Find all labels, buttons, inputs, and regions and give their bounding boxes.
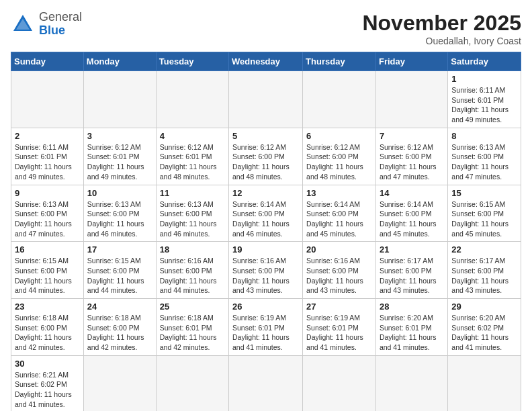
day-number: 17 [87,244,152,255]
day-info: Sunrise: 6:14 AMSunset: 6:00 PMDaylight:… [380,200,437,238]
header-sunday: Sunday [11,52,84,71]
day-number: 15 [451,188,517,198]
day-number: 25 [160,302,225,312]
table-row: 29 Sunrise: 6:20 AMSunset: 6:02 PMDaylig… [448,299,521,356]
logo-blue: Blue [39,24,65,37]
table-row [83,71,156,128]
day-info: Sunrise: 6:14 AMSunset: 6:00 PMDaylight:… [306,200,363,238]
day-number: 27 [306,302,372,312]
header-saturday: Saturday [448,52,521,71]
day-info: Sunrise: 6:11 AMSunset: 6:01 PMDaylight:… [15,143,72,181]
table-row: 14 Sunrise: 6:14 AMSunset: 6:00 PMDaylig… [375,185,447,242]
table-row: 26 Sunrise: 6:19 AMSunset: 6:01 PMDaylig… [229,299,303,356]
table-row: 27 Sunrise: 6:19 AMSunset: 6:01 PMDaylig… [303,299,376,356]
table-row [156,355,228,411]
day-number: 21 [380,244,444,255]
header-wednesday: Wednesday [229,52,303,71]
table-row [375,71,447,128]
day-info: Sunrise: 6:16 AMSunset: 6:00 PMDaylight:… [232,257,290,294]
table-row: 18 Sunrise: 6:16 AMSunset: 6:00 PMDaylig… [156,242,228,299]
table-row: 20 Sunrise: 6:16 AMSunset: 6:00 PMDaylig… [303,242,376,299]
calendar-row: 16 Sunrise: 6:15 AMSunset: 6:00 PMDaylig… [11,242,521,299]
day-info: Sunrise: 6:19 AMSunset: 6:01 PMDaylight:… [232,314,290,351]
table-row: 2 Sunrise: 6:11 AMSunset: 6:01 PMDayligh… [11,128,84,185]
day-info: Sunrise: 6:15 AMSunset: 6:00 PMDaylight:… [451,200,508,238]
day-info: Sunrise: 6:13 AMSunset: 6:00 PMDaylight:… [160,200,217,238]
day-info: Sunrise: 6:11 AMSunset: 6:01 PMDaylight:… [451,86,508,124]
day-number: 9 [15,188,80,198]
calendar-table: Sunday Monday Tuesday Wednesday Thursday… [11,52,521,411]
day-number: 7 [380,131,444,141]
day-info: Sunrise: 6:18 AMSunset: 6:00 PMDaylight:… [15,314,72,351]
day-number: 28 [380,302,444,312]
day-number: 16 [15,244,80,255]
day-info: Sunrise: 6:17 AMSunset: 6:00 PMDaylight:… [451,257,508,294]
table-row [229,355,303,411]
table-row [303,71,376,128]
location-subtitle: Ouedallah, Ivory Coast [362,36,521,46]
table-row: 13 Sunrise: 6:14 AMSunset: 6:00 PMDaylig… [303,185,376,242]
table-row: 22 Sunrise: 6:17 AMSunset: 6:00 PMDaylig… [448,242,521,299]
table-row: 15 Sunrise: 6:15 AMSunset: 6:00 PMDaylig… [448,185,521,242]
table-row: 17 Sunrise: 6:15 AMSunset: 6:00 PMDaylig… [83,242,156,299]
table-row: 12 Sunrise: 6:14 AMSunset: 6:00 PMDaylig… [229,185,303,242]
day-number: 23 [15,302,80,312]
page-header: General Blue November 2025 Ouedallah, Iv… [11,11,521,46]
table-row: 21 Sunrise: 6:17 AMSunset: 6:00 PMDaylig… [375,242,447,299]
table-row: 11 Sunrise: 6:13 AMSunset: 6:00 PMDaylig… [156,185,228,242]
table-row: 6 Sunrise: 6:12 AMSunset: 6:00 PMDayligh… [303,128,376,185]
day-number: 5 [232,131,299,141]
day-number: 8 [451,131,517,141]
day-number: 26 [232,302,299,312]
table-row [448,355,521,411]
header-monday: Monday [83,52,156,71]
table-row: 8 Sunrise: 6:13 AMSunset: 6:00 PMDayligh… [448,128,521,185]
day-info: Sunrise: 6:12 AMSunset: 6:01 PMDaylight:… [160,143,217,181]
table-row: 10 Sunrise: 6:13 AMSunset: 6:00 PMDaylig… [83,185,156,242]
day-info: Sunrise: 6:13 AMSunset: 6:00 PMDaylight:… [15,200,72,238]
header-friday: Friday [375,52,447,71]
day-info: Sunrise: 6:18 AMSunset: 6:01 PMDaylight:… [160,314,217,351]
header-thursday: Thursday [303,52,376,71]
day-info: Sunrise: 6:19 AMSunset: 6:01 PMDaylight:… [306,314,363,351]
table-row: 19 Sunrise: 6:16 AMSunset: 6:00 PMDaylig… [229,242,303,299]
day-number: 3 [87,131,152,141]
day-number: 29 [451,302,517,312]
table-row: 30 Sunrise: 6:21 AMSunset: 6:02 PMDaylig… [11,355,84,411]
day-info: Sunrise: 6:12 AMSunset: 6:00 PMDaylight:… [380,143,437,181]
weekday-header-row: Sunday Monday Tuesday Wednesday Thursday… [11,52,521,71]
day-info: Sunrise: 6:21 AMSunset: 6:02 PMDaylight:… [15,371,72,408]
day-info: Sunrise: 6:15 AMSunset: 6:00 PMDaylight:… [87,257,144,294]
day-number: 10 [87,188,152,198]
calendar-row: 23 Sunrise: 6:18 AMSunset: 6:00 PMDaylig… [11,299,521,356]
day-number: 1 [451,74,517,84]
table-row: 7 Sunrise: 6:12 AMSunset: 6:00 PMDayligh… [375,128,447,185]
table-row [303,355,376,411]
day-number: 14 [380,188,444,198]
table-row [11,71,84,128]
day-number: 18 [160,244,225,255]
logo-general: General [39,10,82,24]
table-row: 1 Sunrise: 6:11 AMSunset: 6:01 PMDayligh… [448,71,521,128]
day-number: 20 [306,244,372,255]
day-info: Sunrise: 6:17 AMSunset: 6:00 PMDaylight:… [380,257,437,294]
header-tuesday: Tuesday [156,52,228,71]
table-row [375,355,447,411]
day-info: Sunrise: 6:20 AMSunset: 6:02 PMDaylight:… [451,314,508,351]
calendar-row: 30 Sunrise: 6:21 AMSunset: 6:02 PMDaylig… [11,355,521,411]
day-info: Sunrise: 6:20 AMSunset: 6:01 PMDaylight:… [380,314,437,351]
day-info: Sunrise: 6:12 AMSunset: 6:01 PMDaylight:… [87,143,144,181]
table-row [156,71,228,128]
day-info: Sunrise: 6:13 AMSunset: 6:00 PMDaylight:… [451,143,508,181]
day-number: 11 [160,188,225,198]
title-block: November 2025 Ouedallah, Ivory Coast [362,11,521,46]
day-number: 24 [87,302,152,312]
logo-text: General Blue [39,11,82,38]
logo-icon [11,12,35,36]
table-row: 3 Sunrise: 6:12 AMSunset: 6:01 PMDayligh… [83,128,156,185]
table-row: 23 Sunrise: 6:18 AMSunset: 6:00 PMDaylig… [11,299,84,356]
table-row: 28 Sunrise: 6:20 AMSunset: 6:01 PMDaylig… [375,299,447,356]
day-number: 22 [451,244,517,255]
calendar-row: 9 Sunrise: 6:13 AMSunset: 6:00 PMDayligh… [11,185,521,242]
day-number: 13 [306,188,372,198]
